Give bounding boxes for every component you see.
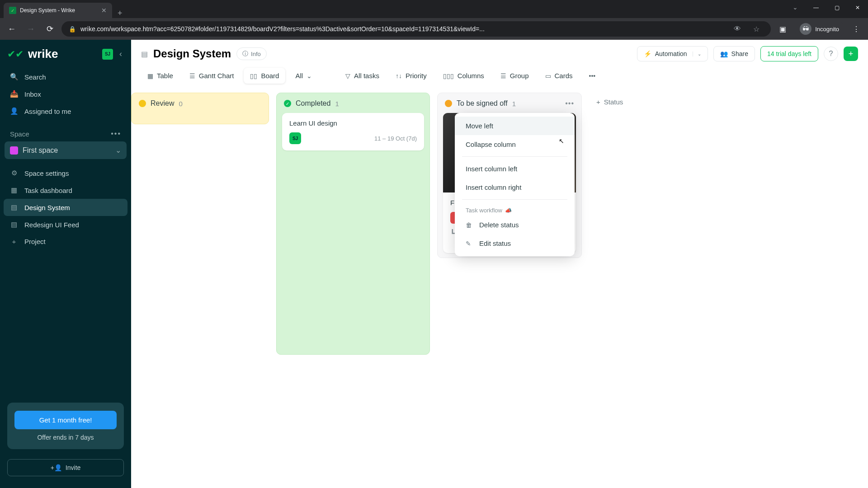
- help-button[interactable]: ?: [824, 47, 838, 61]
- new-tab-button[interactable]: +: [112, 9, 128, 18]
- eye-off-icon[interactable]: 👁: [730, 22, 745, 36]
- wrike-favicon: [9, 7, 16, 14]
- maximize-button[interactable]: ▢: [826, 0, 847, 15]
- column-header[interactable]: ✓ Completed 1: [282, 98, 424, 111]
- column-count: 1: [335, 100, 339, 108]
- column-header[interactable]: Review 0: [137, 98, 263, 111]
- add-button[interactable]: +: [844, 47, 858, 61]
- sidebar-item-add-project[interactable]: + Project: [4, 233, 127, 250]
- main: ▤ Design System ⓘ Info ⚡ Automation ⌄ 👥 …: [131, 40, 868, 488]
- sidebar-item-redesign[interactable]: ▤ Redesign UI Feed: [4, 216, 127, 233]
- close-window-button[interactable]: ✕: [847, 0, 868, 15]
- sidebar-item-assigned[interactable]: 👤 Assigned to me: [4, 103, 127, 120]
- menu-item-move-left[interactable]: Move left: [455, 117, 575, 135]
- sidebar-item-dashboard[interactable]: ▦ Task dashboard: [4, 182, 127, 199]
- menu-item-collapse[interactable]: Collapse column: [455, 135, 575, 154]
- incognito-badge[interactable]: 🕶 Incognito: [794, 21, 844, 37]
- toolbar-more-button[interactable]: •••: [583, 68, 602, 84]
- view-board-button[interactable]: ▯▯ Board: [244, 68, 285, 84]
- sidebar-item-search[interactable]: 🔍 Search: [4, 68, 127, 85]
- pencil-icon: ✎: [466, 240, 473, 247]
- info-button[interactable]: ⓘ Info: [236, 47, 267, 60]
- sidebar-item-space-settings[interactable]: ⚙ Space settings: [4, 164, 127, 182]
- task-card[interactable]: Learn UI design SJ 11 – 19 Oct (7d): [282, 113, 424, 150]
- user-icon: 👤: [10, 107, 18, 115]
- menu-separator: [462, 199, 567, 200]
- status-dot-icon: [445, 100, 452, 107]
- invite-button[interactable]: +👤 Invite: [7, 459, 124, 476]
- cards-icon: ▭: [545, 72, 551, 80]
- column-context-menu: Move left Collapse column Insert column …: [455, 113, 575, 256]
- column-more-button[interactable]: •••: [565, 99, 574, 108]
- sidebar-bottom: Get 1 month free! Offer ends in 7 days +…: [0, 403, 131, 481]
- search-icon: 🔍: [10, 73, 18, 81]
- status-check-icon: ✓: [284, 100, 291, 107]
- trial-badge[interactable]: 14 trial days left: [760, 46, 818, 61]
- menu-item-delete-status[interactable]: 🗑 Delete status: [455, 216, 575, 234]
- project-icon: ▤: [10, 221, 18, 229]
- sidebar-space-selector[interactable]: First space ⌄: [5, 141, 127, 159]
- filter-all-dropdown[interactable]: All ⌄: [289, 68, 318, 84]
- automation-button[interactable]: ⚡ Automation ⌄: [637, 46, 708, 61]
- user-avatar[interactable]: SJ: [102, 49, 113, 60]
- board: Review 0 ✓ Completed 1 Learn UI design S…: [131, 89, 868, 488]
- column-title: Review: [151, 99, 174, 108]
- column-header[interactable]: To be signed off 1 •••: [443, 98, 576, 111]
- extensions-icon[interactable]: ▣: [775, 22, 790, 36]
- lock-icon: 🔒: [69, 26, 76, 33]
- share-button[interactable]: 👥 Share: [713, 46, 755, 61]
- chevron-down-icon: ⌄: [115, 146, 121, 155]
- group-button[interactable]: ☰ Group: [494, 68, 535, 84]
- group-icon: ☰: [500, 72, 506, 80]
- column-count: 0: [179, 100, 182, 108]
- cards-button[interactable]: ▭ Cards: [539, 68, 579, 84]
- columns-button[interactable]: ▯▯▯ Columns: [437, 68, 491, 84]
- tab-dropdown-icon[interactable]: ⌄: [793, 4, 798, 11]
- view-gantt-button[interactable]: ☰ Gantt Chart: [183, 68, 241, 84]
- menu-item-insert-right[interactable]: Insert column right: [455, 178, 575, 197]
- reload-button[interactable]: ⟳: [42, 22, 57, 36]
- share-icon: 👥: [720, 50, 728, 57]
- table-icon: ▦: [147, 72, 153, 80]
- menu-item-insert-left[interactable]: Insert column left: [455, 160, 575, 178]
- chevron-down-icon: ⌄: [693, 52, 701, 56]
- forward-button[interactable]: →: [24, 22, 38, 36]
- info-icon: ⓘ: [242, 50, 248, 58]
- filter-icon: ▽: [345, 72, 350, 80]
- browser-menu-icon[interactable]: ⋮: [849, 22, 863, 36]
- sort-priority-button[interactable]: ↑↓ Priority: [389, 68, 433, 84]
- filter-all-tasks-button[interactable]: ▽ All tasks: [339, 68, 386, 84]
- wrike-logo-text: wrike: [28, 47, 58, 61]
- column-signoff: To be signed off 1 ••• Fir R ┗: [437, 93, 582, 258]
- menu-item-edit-status[interactable]: ✎ Edit status: [455, 234, 575, 253]
- sidebar-label: Space settings: [24, 169, 69, 177]
- sidebar-label: Redesign UI Feed: [24, 221, 79, 229]
- trash-icon: 🗑: [466, 221, 473, 229]
- assignee-avatar[interactable]: SJ: [289, 132, 301, 144]
- browser-tab[interactable]: Design System - Wrike ✕: [4, 3, 112, 18]
- url-text: wrike.com/workspace.htm?acc=6250782#fold…: [80, 25, 726, 33]
- columns-icon: ▯▯▯: [443, 72, 454, 80]
- section-title: Space: [10, 130, 29, 138]
- sidebar-item-inbox[interactable]: 📥 Inbox: [4, 85, 127, 103]
- megaphone-icon: 📣: [505, 207, 512, 214]
- star-icon[interactable]: ☆: [749, 22, 764, 36]
- minimize-button[interactable]: ―: [806, 0, 826, 15]
- back-button[interactable]: ←: [5, 22, 19, 36]
- url-input[interactable]: 🔒 wrike.com/workspace.htm?acc=6250782#fo…: [61, 21, 771, 37]
- collapse-sidebar-icon[interactable]: ‹: [118, 47, 124, 61]
- sidebar-label: Task dashboard: [24, 187, 72, 194]
- close-tab-icon[interactable]: ✕: [101, 7, 107, 14]
- view-table-button[interactable]: ▦ Table: [141, 68, 179, 84]
- automation-label: Automation: [655, 50, 687, 57]
- share-label: Share: [731, 50, 748, 57]
- wrike-logo-mark: ✔✔: [7, 48, 24, 60]
- promo-button[interactable]: Get 1 month free!: [14, 411, 117, 429]
- sidebar-label: Inbox: [24, 90, 41, 98]
- add-status-button[interactable]: + Status: [589, 93, 630, 111]
- section-more-icon[interactable]: •••: [111, 130, 121, 138]
- topbar: ▤ Design System ⓘ Info ⚡ Automation ⌄ 👥 …: [131, 40, 868, 68]
- sidebar-item-design-system[interactable]: ▤ Design System: [4, 199, 127, 216]
- sidebar-label: Design System: [24, 204, 70, 211]
- project-title[interactable]: Design System: [153, 47, 231, 60]
